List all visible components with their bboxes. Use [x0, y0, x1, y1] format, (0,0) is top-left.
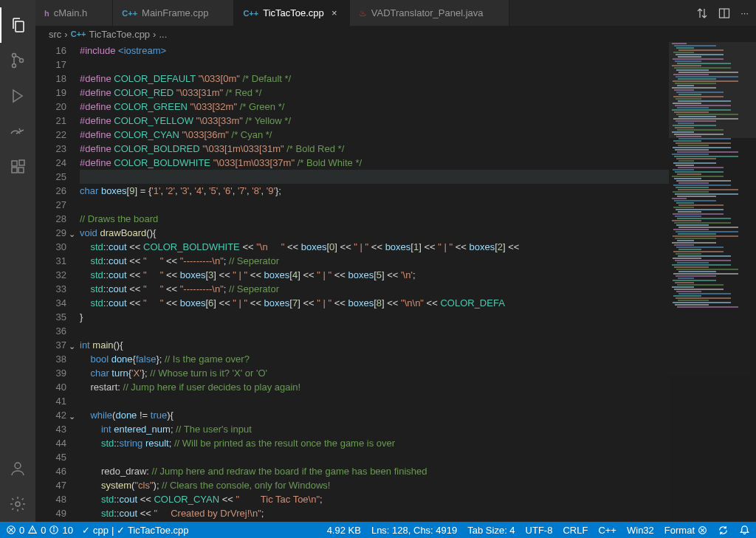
tab-label: VADTranslator_Panel.java — [371, 7, 484, 18]
tab-bar: hcMain.h×C++MainFrame.cpp×C++TicTacToe.c… — [35, 0, 756, 26]
breadcrumb-more[interactable]: ... — [159, 29, 167, 40]
breadcrumb-folder[interactable]: src — [49, 29, 61, 40]
tab-vadtranslator_panel-java[interactable]: ♨VADTranslator_Panel.java× — [350, 0, 509, 26]
status-errors[interactable]: 0 0 10 — [6, 525, 73, 536]
run-debug-icon[interactable] — [0, 78, 35, 114]
status-eol[interactable]: CRLF — [563, 525, 588, 536]
split-editor-icon[interactable] — [718, 7, 730, 19]
status-lang-check[interactable]: ✓ cpp | ✓ TicTacToe.cpp — [82, 525, 189, 536]
svg-point-1 — [13, 64, 16, 68]
fold-icon[interactable]: ⌄ — [69, 339, 75, 354]
cpp-icon: C++ — [122, 9, 137, 18]
remote-icon[interactable] — [0, 114, 35, 149]
close-icon[interactable]: × — [329, 7, 340, 18]
h-icon: h — [44, 9, 49, 18]
code-area[interactable]: #include <iostream> #define COLOR_DEFAUL… — [80, 42, 756, 522]
breadcrumb[interactable]: src › C++ TicTacToe.cpp › ... — [35, 26, 756, 42]
status-tabsize[interactable]: Tab Size: 4 — [467, 525, 515, 536]
svg-rect-5 — [18, 168, 24, 173]
activity-bar — [0, 0, 35, 522]
chevron-right-icon: › — [64, 29, 67, 40]
tab-cmain-h[interactable]: hcMain.h× — [35, 0, 113, 26]
minimap[interactable] — [669, 42, 756, 522]
tab-label: cMain.h — [54, 7, 88, 18]
editor-actions: ··· — [689, 0, 756, 26]
svg-point-0 — [13, 54, 16, 58]
cpp-icon: C++ — [243, 9, 258, 18]
breadcrumb-file[interactable]: TicTacToe.cpp — [89, 29, 150, 40]
tab-label: TicTacToe.cpp — [263, 7, 324, 18]
svg-rect-4 — [12, 168, 17, 173]
status-lines-chars[interactable]: Lns: 128, Chs: 4919 — [371, 525, 457, 536]
status-encoding[interactable]: UTF-8 — [526, 525, 553, 536]
explorer-icon[interactable] — [0, 7, 35, 43]
source-control-icon[interactable] — [0, 43, 35, 78]
svg-point-8 — [16, 502, 20, 506]
settings-gear-icon[interactable] — [0, 486, 35, 522]
tab-mainframe-cpp[interactable]: C++MainFrame.cpp× — [113, 0, 234, 26]
fold-icon[interactable]: ⌄ — [69, 227, 75, 241]
status-bell-icon[interactable] — [739, 525, 750, 536]
more-actions-icon[interactable]: ··· — [740, 7, 749, 18]
chevron-right-icon: › — [153, 29, 156, 40]
java-icon: ♨ — [359, 8, 367, 18]
account-icon[interactable] — [0, 451, 35, 486]
svg-rect-6 — [19, 160, 24, 165]
tab-tictactoe-cpp[interactable]: C++TicTacToe.cpp× — [234, 0, 349, 26]
extensions-icon[interactable] — [0, 149, 35, 184]
status-platform[interactable]: Win32 — [627, 525, 654, 536]
svg-point-16 — [54, 528, 55, 528]
status-format[interactable]: Format — [664, 525, 707, 536]
cpp-icon: C++ — [71, 30, 86, 38]
status-filesize[interactable]: 4.92 KB — [327, 525, 361, 536]
svg-point-7 — [15, 463, 21, 469]
svg-point-2 — [20, 59, 24, 63]
fold-icon[interactable]: ⌄ — [69, 410, 75, 424]
svg-rect-3 — [12, 161, 17, 166]
tab-label: MainFrame.cpp — [142, 7, 208, 18]
status-sync-icon[interactable] — [718, 525, 729, 536]
status-bar: 0 0 10 ✓ cpp | ✓ TicTacToe.cpp 4.92 KB L… — [0, 522, 756, 538]
line-gutter: 1617181920212223242526272829⌄30313233343… — [35, 42, 80, 522]
editor[interactable]: 1617181920212223242526272829⌄30313233343… — [35, 42, 756, 522]
compare-icon[interactable] — [696, 7, 708, 19]
status-language[interactable]: C++ — [598, 525, 616, 536]
